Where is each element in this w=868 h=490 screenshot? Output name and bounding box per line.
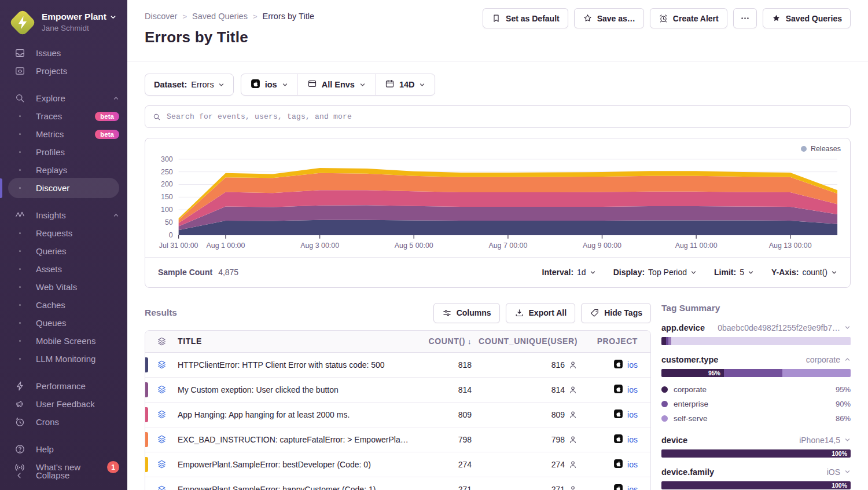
filter-ios[interactable]: ios	[241, 74, 297, 95]
org-switcher[interactable]: Empower Plant Jane Schmidt	[0, 0, 127, 38]
sidebar-item-traces[interactable]: Tracesbeta	[0, 107, 127, 125]
bullet-icon	[14, 268, 25, 270]
chevron-down-icon[interactable]	[844, 437, 851, 443]
row-title[interactable]: EmpowerPlant.SampleError: happyCustomer …	[178, 485, 410, 490]
sidebar-item-web-vitals[interactable]: Web Vitals	[0, 278, 127, 296]
chevron-up-icon[interactable]	[844, 356, 851, 363]
table-row[interactable]: App Hanging: App hanging for at least 20…	[145, 403, 650, 427]
filter-14d[interactable]: 14D	[375, 74, 435, 95]
tag-header-device[interactable]: deviceiPhone14,5	[661, 436, 851, 445]
series-color-bar	[145, 432, 148, 447]
button-columns[interactable]: Columns	[433, 303, 500, 323]
sidebar-item-profiles[interactable]: Profiles	[0, 143, 127, 161]
button-label: Export All	[529, 308, 567, 317]
project-link[interactable]: ios	[627, 435, 638, 444]
control-display[interactable]: Display:Top Period	[613, 268, 697, 277]
results-head: Results ColumnsExport AllHide Tags	[145, 303, 651, 323]
svg-text:0: 0	[169, 231, 173, 239]
table-row[interactable]: My Custom exeption: User clicked the but…	[145, 378, 650, 403]
chevron-down-icon[interactable]	[844, 469, 851, 475]
control-y-axis[interactable]: Y-Axis:count()	[771, 268, 837, 277]
tag-header-device-family[interactable]: device.familyiOS	[661, 467, 851, 477]
table-row[interactable]: EmpowerPlant.SampleError: happyCustomer …	[145, 477, 650, 490]
sidebar-item-requests[interactable]: Requests	[0, 224, 127, 242]
control-limit[interactable]: Limit:5	[714, 268, 754, 277]
collapse-button[interactable]: Collapse	[0, 466, 127, 484]
tag-bar-label: 95%	[708, 370, 724, 376]
tag-bar-label: 100%	[832, 450, 851, 457]
sidebar-item-discover[interactable]: Discover	[0, 179, 127, 197]
sidebar-item-queries[interactable]: Queries	[0, 242, 127, 260]
sidebar-item-crons[interactable]: Crons	[0, 413, 127, 431]
legend-dot-icon	[661, 386, 668, 393]
apple-icon	[613, 434, 623, 445]
project-link[interactable]: ios	[627, 385, 638, 394]
collapse-label: Collapse	[36, 470, 69, 480]
row-title[interactable]: EmpowerPlant.SampleError: bestDeveloper …	[178, 460, 410, 469]
filter-all-envs[interactable]: All Envs	[297, 74, 375, 95]
control-interval[interactable]: Interval:1d	[542, 268, 596, 277]
project-link[interactable]: ios	[627, 360, 638, 370]
chevron-up-icon[interactable]	[113, 212, 119, 218]
legend-percent: 90%	[836, 400, 851, 408]
sidebar-item-queues[interactable]: Queues	[0, 314, 127, 332]
action-set-as-default[interactable]: Set as Default	[483, 8, 568, 28]
sidebar-item-metrics[interactable]: Metricsbeta	[0, 125, 127, 143]
column-header-count[interactable]: COUNT()↓	[410, 337, 474, 346]
svg-text:Aug 7 00:00: Aug 7 00:00	[488, 242, 527, 250]
tag-header-customer-type[interactable]: customer.typecorporate	[661, 355, 851, 364]
bullet-icon	[14, 169, 25, 171]
chevron-down-icon[interactable]	[844, 324, 851, 331]
sidebar-item-caches[interactable]: Caches	[0, 296, 127, 314]
row-title[interactable]: My Custom exeption: User clicked the but…	[178, 385, 410, 394]
table-row[interactable]: EXC_BAD_INSTRUCTION: captureFatalError: …	[145, 427, 650, 452]
column-header-project[interactable]: PROJECT	[581, 337, 650, 346]
breadcrumb-current: Errors by Title	[263, 12, 314, 21]
column-header-title[interactable]: TITLE	[178, 337, 410, 346]
legend-percent: 95%	[836, 385, 851, 394]
sidebar-item-replays[interactable]: Replays	[0, 161, 127, 179]
action-more-options[interactable]	[733, 8, 757, 28]
action-label: Create Alert	[673, 14, 719, 23]
button-hide-tags[interactable]: Hide Tags	[581, 303, 651, 323]
content: Dataset: Errors iosAll Envs14D Releases …	[127, 61, 868, 490]
sidebar-item-llm-monitoring[interactable]: LLM Monitoring	[0, 350, 127, 368]
row-title[interactable]: EXC_BAD_INSTRUCTION: captureFatalError: …	[178, 435, 410, 444]
stack-icon	[145, 485, 178, 490]
row-title[interactable]: App Hanging: App hanging for at least 20…	[178, 410, 410, 419]
sidebar-item-projects[interactable]: Projects	[0, 62, 127, 80]
breadcrumb-saved-queries[interactable]: Saved Queries	[192, 12, 248, 21]
stack-icon	[145, 409, 178, 419]
sidebar-item-help[interactable]: Help	[0, 440, 127, 458]
table-row[interactable]: HTTPClientError: HTTP Client Error with …	[145, 353, 650, 378]
table-row[interactable]: EmpowerPlant.SampleError: bestDeveloper …	[145, 452, 650, 477]
sidebar-group-insights[interactable]: Insights	[0, 206, 127, 224]
breadcrumb-discover[interactable]: Discover	[145, 12, 177, 21]
sidebar-item-performance[interactable]: Performance	[0, 377, 127, 395]
svg-text:50: 50	[165, 218, 173, 226]
chevron-up-icon[interactable]	[113, 95, 119, 101]
bullet-icon	[14, 322, 25, 324]
apple-icon	[251, 79, 260, 90]
releases-legend[interactable]: Releases	[801, 145, 841, 153]
sidebar-item-mobile-screens[interactable]: Mobile Screens	[0, 332, 127, 350]
action-save-as[interactable]: Save as…	[574, 8, 644, 28]
project-link[interactable]: ios	[627, 410, 638, 419]
action-saved-queries[interactable]: Saved Queries	[763, 8, 851, 28]
sidebar-group-label: Explore	[36, 93, 65, 103]
tag-top-value: iPhone14,5	[799, 436, 851, 445]
action-create-alert[interactable]: Create Alert	[650, 8, 727, 28]
sidebar-item-issues[interactable]: Issues	[0, 44, 127, 62]
sidebar-item-assets[interactable]: Assets	[0, 260, 127, 278]
project-link[interactable]: ios	[627, 485, 638, 490]
svg-text:Aug 1 00:00: Aug 1 00:00	[207, 242, 245, 250]
row-title[interactable]: HTTPClientError: HTTP Client Error with …	[178, 360, 410, 370]
sidebar-group-explore[interactable]: Explore	[0, 89, 127, 107]
column-header-count-unique-user[interactable]: COUNT_UNIQUE(USER)	[474, 337, 581, 346]
tag-header-app-device[interactable]: app.device0baebc0de4982f1255f2e9e9fb7…	[661, 323, 851, 332]
dataset-selector[interactable]: Dataset: Errors	[145, 74, 234, 96]
button-export-all[interactable]: Export All	[506, 303, 576, 323]
sidebar-item-user-feedback[interactable]: User Feedback	[0, 395, 127, 413]
search-input[interactable]	[167, 112, 843, 121]
project-link[interactable]: ios	[627, 460, 638, 469]
